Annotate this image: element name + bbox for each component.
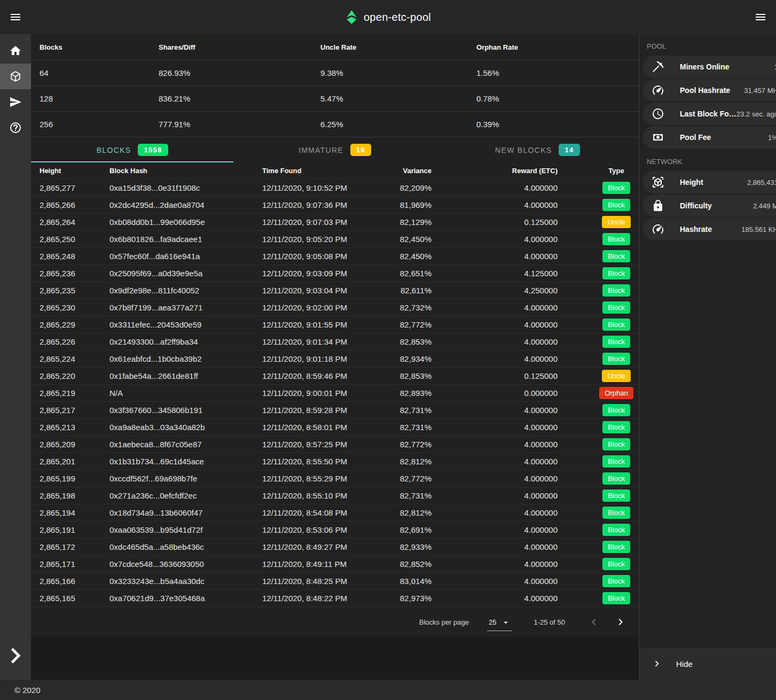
blocks-table-header: Height Block Hash Time Found Variance Re… [31, 162, 639, 179]
table-row[interactable]: 2,865,165 0xa70621d9...37e305468a 12/11/… [31, 589, 639, 606]
table-row[interactable]: 2,865,171 0x7cdce548...3636093050 12/11/… [31, 555, 639, 572]
col-height: Height [31, 167, 109, 175]
type-pill: Block [602, 233, 630, 245]
stats-orphan-value: 1.56% [476, 68, 639, 77]
cell-reward: 4.000000 [432, 542, 594, 551]
stats-row: 128 836.21% 5.47% 0.78% [31, 85, 639, 111]
cell-variance: 82,934% [369, 354, 432, 363]
table-row[interactable]: 2,865,224 0x61eabfcd...1b0cba39b2 12/11/… [31, 350, 639, 367]
stats-header-row: Blocks Shares/Diff Uncle Rate Orphan Rat… [31, 34, 639, 60]
stat-value: 31.457 MH [744, 87, 776, 95]
table-row[interactable]: 2,865,219 N/A 12/11/2020, 9:00:01 PM 82,… [31, 384, 639, 401]
cell-time: 12/11/2020, 9:10:52 PM [262, 183, 369, 192]
menu-icon[interactable] [9, 11, 22, 24]
table-row[interactable]: 2,865,235 0x9df2e98e...811fc40052 12/11/… [31, 282, 639, 299]
table-row[interactable]: 2,865,248 0x57fec60f...da616e941a 12/11/… [31, 247, 639, 265]
table-row[interactable]: 2,865,230 0x7b8f7199...aea377a271 12/11/… [31, 299, 639, 316]
cell-height: 2,865,201 [31, 457, 109, 466]
table-row[interactable]: 2,865,217 0x3f367660...345806b191 12/11/… [31, 401, 639, 418]
active-tab-underline [31, 161, 233, 162]
cell-time: 12/11/2020, 9:05:08 PM [262, 252, 369, 261]
table-row[interactable]: 2,865,229 0x3311efec...20453d0e59 12/11/… [31, 316, 639, 333]
sidebar-item-home[interactable] [0, 38, 31, 64]
stats-col-blocks: Blocks [31, 43, 159, 51]
stats-body: 64 826.93% 9.38% 1.56% 128 836.21% 5.47%… [31, 60, 639, 137]
table-row[interactable]: 2,865,213 0xa9a8eab3...03a340a82b 12/11/… [31, 418, 639, 435]
cell-variance: 82,812% [369, 508, 432, 517]
home-icon [9, 44, 22, 57]
table-row[interactable]: 2,865,250 0x6b801826...fa9adcaee1 12/11/… [31, 230, 639, 247]
cell-hash: 0x3233243e...b5a4aa30dc [109, 577, 262, 586]
cell-variance: 82,973% [369, 594, 432, 603]
cell-variance: 82,933% [369, 542, 432, 551]
tab-immature[interactable]: IMMATURE 16 [233, 137, 436, 162]
previous-page-icon[interactable] [587, 616, 600, 628]
etc-logo-icon [345, 10, 358, 25]
table-row[interactable]: 2,865,201 0x1b31b734...69c1d45ace 12/11/… [31, 453, 639, 470]
type-pill: Orphan [599, 387, 633, 399]
cell-reward: 4.000000 [432, 491, 594, 500]
network-difficulty: Difficulty 2.449 M [643, 195, 776, 217]
hide-panel-button[interactable]: Hide [639, 648, 776, 680]
cell-hash: 0x25095f69...a0d39e9e5a [109, 269, 262, 278]
table-row[interactable]: 2,865,226 0x21493300...af2ff9ba34 12/11/… [31, 333, 639, 350]
table-row[interactable]: 2,865,209 0x1aebeca8...8f67c05e87 12/11/… [31, 435, 639, 453]
sidebar-item-help[interactable] [0, 115, 31, 141]
table-row[interactable]: 2,865,199 0xccdf562f...69a698b7fe 12/11/… [31, 470, 639, 487]
cell-height: 2,865,166 [31, 577, 109, 586]
tab-label: NEW BLOCKS [495, 146, 552, 154]
cell-hash: 0x57fec60f...da616e941a [109, 252, 262, 261]
table-row[interactable]: 2,865,198 0x271a236c...0efcfdf2ec 12/11/… [31, 487, 639, 504]
table-row[interactable]: 2,865,277 0xa15d3f38...0e31f1908c 12/11/… [31, 179, 639, 196]
sidebar-item-payments[interactable] [0, 89, 31, 115]
cell-reward: 4.000000 [432, 303, 594, 312]
pool-last-block: Last Block Fo… 23.2 sec. ago [643, 103, 776, 125]
table-row[interactable]: 2,865,236 0x25095f69...a0d39e9e5a 12/11/… [31, 265, 639, 282]
tab-blocks[interactable]: BLOCKS 1558 [31, 137, 233, 162]
stat-label: Miners Online [680, 63, 730, 71]
stat-value: 1 [774, 63, 776, 71]
type-pill: Block [602, 592, 630, 604]
table-row[interactable]: 2,865,194 0x18d734a9...13b6060f47 12/11/… [31, 504, 639, 521]
table-row[interactable]: 2,865,166 0x3233243e...b5a4aa30dc 12/11/… [31, 572, 639, 589]
cell-hash: 0x61eabfcd...1b0cba39b2 [109, 354, 262, 363]
type-pill: Block [602, 524, 630, 536]
cell-height: 2,865,229 [31, 320, 109, 329]
sidebar-item-blocks[interactable] [0, 64, 31, 89]
cell-hash: 0xccdf562f...69a698b7fe [109, 474, 262, 483]
cell-time: 12/11/2020, 8:55:10 PM [262, 491, 369, 500]
cell-reward: 4.000000 [432, 474, 594, 483]
cell-hash: 0x7cdce548...3636093050 [109, 559, 262, 569]
cell-hash: 0x7b8f7199...aea377a271 [109, 303, 262, 312]
cell-variance: 82,853% [369, 337, 432, 346]
type-pill: Block [602, 507, 630, 519]
table-row[interactable]: 2,865,266 0x2dc4295d...2dae0a8704 12/11/… [31, 196, 639, 213]
type-pill: Block [602, 199, 630, 211]
table-row[interactable]: 2,865,172 0xdc465d5a...a58beb436c 12/11/… [31, 538, 639, 555]
cell-variance: 82,450% [369, 252, 432, 261]
cell-variance: 82,651% [369, 269, 432, 278]
content-card: Blocks Shares/Diff Uncle Rate Orphan Rat… [31, 34, 639, 637]
stat-label: Pool Hashrate [680, 86, 730, 95]
type-pill: Block [602, 421, 630, 433]
tab-new-blocks[interactable]: NEW BLOCKS 14 [436, 137, 639, 162]
stat-label: Last Block Fo… [680, 110, 736, 118]
stats-blocks-value: 64 [31, 68, 159, 77]
cell-reward: 4.000000 [432, 406, 594, 415]
table-row[interactable]: 2,865,264 0xb08dd0b1...99e066d95e 12/11/… [31, 213, 639, 230]
page-size-select[interactable]: 25 [487, 618, 512, 631]
network-height: Height 2,865,431 [643, 171, 776, 193]
menu-right-icon[interactable] [754, 11, 767, 24]
next-page-icon[interactable] [614, 616, 627, 628]
table-row[interactable]: 2,865,191 0xaa063539...b95d41d72f 12/11/… [31, 521, 639, 538]
table-row[interactable]: 2,865,220 0x1fabe54a...2661de81ff 12/11/… [31, 367, 639, 384]
sidebar-expand-chevron-icon[interactable] [0, 640, 31, 671]
cube-icon [9, 70, 22, 83]
cell-hash: 0x1aebeca8...8f67c05e87 [109, 440, 262, 449]
blocks-table: Height Block Hash Time Found Variance Re… [31, 162, 639, 607]
stats-shares-value: 836.21% [159, 94, 320, 103]
cell-variance: 82,853% [369, 371, 432, 380]
type-pill: Block [602, 575, 630, 587]
cell-hash: 0xa15d3f38...0e31f1908c [109, 183, 262, 192]
cell-time: 12/11/2020, 9:03:04 PM [262, 286, 369, 295]
